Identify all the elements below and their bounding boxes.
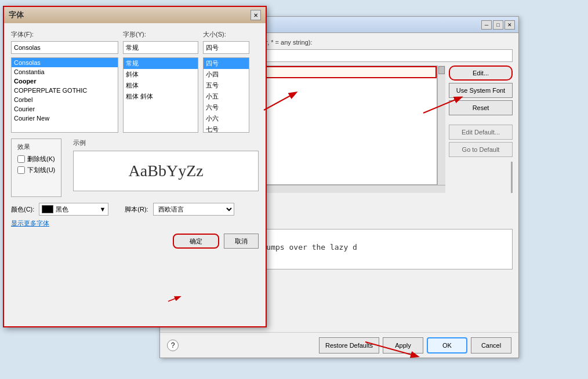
font-dialog-body: 字体(F): 字形(Y): 大小(S): Consolas Constantia… <box>4 23 266 256</box>
cancel-button[interactable]: Cancel <box>471 337 511 354</box>
apply-button[interactable]: Apply <box>383 337 423 354</box>
font-lists-row: Consolas Constantia Cooper COPPERPLATE G… <box>11 57 259 133</box>
font-name-list[interactable]: Consolas Constantia Cooper COPPERPLATE G… <box>11 57 118 133</box>
font-list-item-courier-new[interactable]: Courier New <box>12 114 118 123</box>
font-dialog-close-button[interactable]: ✕ <box>251 10 261 20</box>
sample-preview: AaBbYyZz <box>73 151 259 191</box>
maximize-button[interactable]: □ <box>493 20 503 30</box>
strikethrough-label: 删除线(K) <box>27 155 55 163</box>
effects-box: 效果 删除线(K) 下划线(U) <box>11 139 61 197</box>
font-dialog-titlebar: 字体 ✕ <box>4 7 266 23</box>
strikethrough-checkbox[interactable] <box>17 155 25 163</box>
font-size-item-small6[interactable]: 小六 <box>204 113 249 124</box>
tree-scrollbar-v[interactable] <box>437 65 445 185</box>
font-size-item-4[interactable]: 四号 <box>204 58 249 69</box>
sample-title: 示例 <box>73 139 259 147</box>
script-select[interactable]: 西欧语言 <box>153 203 234 216</box>
font-style-item-bold-italic[interactable]: 粗体 斜体 <box>124 91 198 102</box>
ok-button[interactable]: OK <box>427 337 467 354</box>
color-label: 颜色(C): <box>11 205 34 214</box>
use-system-font-button[interactable]: Use System Font <box>449 83 513 98</box>
color-dropdown-icon: ▼ <box>99 206 106 213</box>
font-dialog: 字体 ✕ 字体(F): 字形(Y): 大小(S): Consolas Const… <box>3 6 267 327</box>
minimize-button[interactable]: ─ <box>481 20 492 30</box>
font-size-item-6[interactable]: 六号 <box>204 102 249 113</box>
font-style-list[interactable]: 常规 斜体 粗体 粗体 斜体 <box>123 57 198 133</box>
font-style-item-regular[interactable]: 常规 <box>124 58 198 69</box>
font-size-item-7[interactable]: 七号 <box>204 124 249 133</box>
font-column-labels: 字体(F): 字形(Y): 大小(S): <box>11 30 259 39</box>
right-buttons-panel: Edit... Use System Font Reset Edit Defau… <box>449 65 513 193</box>
dialog-bottom-row: ? Restore Defaults Apply OK Cancel <box>160 332 518 358</box>
font-list-item-consolas[interactable]: Consolas <box>12 58 118 67</box>
strikethrough-item: 删除线(K) <box>17 155 55 163</box>
edit-default-button[interactable]: Edit Default... <box>449 125 513 140</box>
font-size-item-5[interactable]: 五号 <box>204 80 249 91</box>
effects-title: 效果 <box>17 143 55 151</box>
font-size-item-small5[interactable]: 小五 <box>204 91 249 102</box>
sample-text: AaBbYyZz <box>129 162 204 180</box>
font-name-input[interactable] <box>11 41 118 54</box>
font-style-item-bold[interactable]: 粗体 <box>124 80 198 91</box>
font-list-item-copperplate[interactable]: COPPERPLATE GOTHIC <box>12 86 118 95</box>
font-list-item-courier[interactable]: Courier <box>12 104 118 114</box>
font-style-label: 字形(Y): <box>123 30 198 39</box>
color-select[interactable]: 黑色 ▼ <box>39 203 108 216</box>
font-dialog-buttons: 确定 取消 <box>11 234 259 249</box>
titlebar-buttons: ─ □ ✕ <box>481 20 515 30</box>
script-label: 脚本(R): <box>125 205 148 214</box>
color-value: 黑色 <box>56 205 68 214</box>
restore-defaults-button[interactable]: Restore Defaults <box>319 337 379 354</box>
show-more-fonts-link[interactable]: 显示更多字体 <box>11 220 49 227</box>
reset-button[interactable]: Reset <box>449 100 513 115</box>
sample-section: 示例 AaBbYyZz <box>73 139 259 197</box>
close-button[interactable]: ✕ <box>504 20 515 30</box>
font-name-label: 字体(F): <box>11 30 118 39</box>
font-size-input[interactable] <box>203 41 249 54</box>
font-style-item-italic[interactable]: 斜体 <box>124 69 198 80</box>
font-size-list[interactable]: 四号 小四 五号 小五 六号 小六 七号 <box>203 57 249 133</box>
font-inputs-row <box>11 41 259 54</box>
font-effects-section: 效果 删除线(K) 下划线(U) 示例 AaBbYyZz <box>11 139 259 197</box>
edit-button[interactable]: Edit... <box>449 65 513 81</box>
underline-item: 下划线(U) <box>17 166 55 174</box>
font-cancel-button[interactable]: 取消 <box>224 234 259 249</box>
font-list-item-corbel[interactable]: Corbel <box>12 95 118 104</box>
font-size-label: 大小(S): <box>203 30 249 39</box>
font-style-input[interactable] <box>123 41 198 54</box>
color-swatch <box>42 205 53 213</box>
font-ok-button[interactable]: 确定 <box>173 234 219 249</box>
font-size-item-small4[interactable]: 小四 <box>204 69 249 80</box>
bottom-right-buttons: Restore Defaults Apply OK Cancel <box>319 337 511 354</box>
underline-checkbox[interactable] <box>17 166 25 174</box>
font-list-item-cooper[interactable]: Cooper <box>12 76 118 86</box>
help-icon[interactable]: ? <box>167 340 179 351</box>
color-row: 颜色(C): 黑色 ▼ 脚本(R): 西欧语言 <box>11 203 259 216</box>
underline-label: 下划线(U) <box>27 166 55 174</box>
go-to-default-button[interactable]: Go to Default <box>449 142 513 157</box>
font-list-item-constantia[interactable]: Constantia <box>12 67 118 76</box>
font-dialog-title: 字体 <box>9 10 24 20</box>
